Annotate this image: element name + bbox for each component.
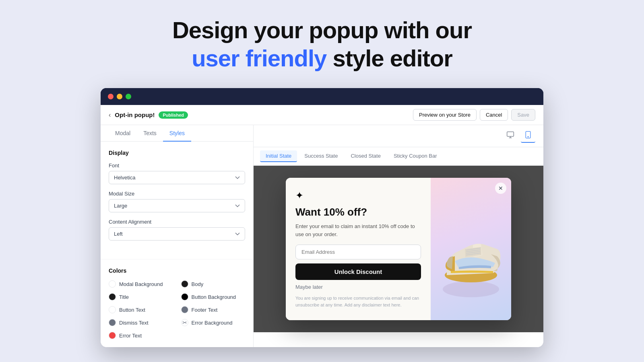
content-alignment-select[interactable]: Left Center Right [109,227,245,241]
color-error-background[interactable]: ✂ Error Background [181,319,246,326]
tab-modal[interactable]: Modal [109,125,137,141]
color-dot-body [181,280,188,288]
color-label-error-bg: Error Background [192,320,233,326]
colors-section-title: Colors [109,267,245,274]
color-dot-button-text [109,306,116,313]
color-label-button-bg: Button Background [192,294,236,300]
shoe-illustration [435,197,507,301]
popup-title: Opt-in popup! [115,111,155,118]
color-label-error-text: Error Text [119,333,142,339]
published-badge: Published [159,111,188,119]
color-label-button-text: Button Text [119,307,145,313]
color-button-bg[interactable]: Button Background [181,293,246,300]
traffic-light-red[interactable] [108,94,114,99]
color-label-title: Title [119,294,129,300]
color-dot-button-bg [181,293,188,300]
color-title[interactable]: Title [109,293,173,300]
content-alignment-field: Content Alignment Left Center Right [109,219,245,241]
headline: Design your popup with our user friendly… [172,16,472,72]
color-dot-error-bg: ✂ [181,319,188,326]
popup-disclaimer: You are signing up to receive communicat… [295,295,421,308]
modal-size-label: Modal Size [109,191,245,197]
font-field: Font Helvetica Arial Georgia [109,162,245,184]
color-rows: Modal Background Title Button Text [109,280,245,339]
save-button[interactable]: Save [511,109,535,121]
font-label: Font [109,162,245,169]
color-dot-modal-bg [109,280,116,288]
color-label-modal-bg: Modal Background [119,281,163,287]
popup-modal: ✕ ✦ Want 10% off? Enter your email to cl… [286,178,511,320]
state-tab-closed[interactable]: Closed State [345,150,386,162]
browser-content: ‹ Opt-in popup! Published Preview on you… [101,105,543,347]
left-panel: Modal Texts Styles Display Font [101,125,254,347]
main-layout: Modal Texts Styles Display Font [101,125,543,347]
display-section-title: Display [109,150,245,156]
popup-email-input[interactable] [295,245,421,259]
popup-maybe-later[interactable]: Maybe later [295,284,421,290]
popup-subtext: Enter your email to claim an instant 10%… [295,222,421,238]
state-tab-sticky[interactable]: Sticky Coupon Bar [388,150,443,162]
color-label-dismiss: Dismiss Text [119,320,149,326]
state-tabs: Initial State Success State Closed State… [254,147,543,166]
colors-section: Colors Modal Background Title [101,259,253,347]
preview-button[interactable]: Preview on your Store [413,109,477,121]
font-select[interactable]: Helvetica Arial Georgia [109,171,245,184]
popup-sparkle-icon: ✦ [295,190,421,201]
preview-nav [254,125,543,147]
traffic-light-green[interactable] [126,94,131,99]
content-alignment-label: Content Alignment [109,219,245,225]
browser-titlebar [101,88,543,105]
modal-size-select[interactable]: Large Medium Small [109,199,245,212]
svg-point-2 [528,136,528,137]
popup-cta-button[interactable]: Unlock Discount [295,263,421,280]
headline-line1: Design your popup with our [172,17,472,43]
modal-size-field: Modal Size Large Medium Small [109,191,245,212]
tabs-nav: Modal Texts Styles [101,125,253,142]
color-dismiss-text[interactable]: Dismiss Text [109,319,173,326]
color-error-text[interactable]: Error Text [109,332,173,339]
desktop-icon[interactable] [503,129,518,143]
state-tab-initial[interactable]: Initial State [260,150,297,162]
color-modal-background[interactable]: Modal Background [109,280,173,288]
top-bar-left: ‹ Opt-in popup! Published [109,111,188,119]
back-button[interactable]: ‹ [109,111,111,119]
state-tab-success[interactable]: Success State [299,150,343,162]
panel-content: Display Font Helvetica Arial Georgia Mod… [101,142,253,255]
popup-left-content: ✦ Want 10% off? Enter your email to clai… [286,178,431,320]
color-label-footer: Footer Text [192,307,218,313]
color-col-left: Modal Background Title Button Text [109,280,173,339]
color-dot-title [109,293,116,300]
device-icons [503,129,535,143]
headline-gray: style editor [326,45,452,71]
color-button-text[interactable]: Button Text [109,306,173,313]
svg-rect-0 [507,132,514,137]
color-dot-dismiss [109,319,116,326]
browser-window: ‹ Opt-in popup! Published Preview on you… [101,88,543,347]
color-label-body: Body [192,281,204,287]
color-body[interactable]: Body [181,280,246,288]
popup-heading: Want 10% off? [295,206,421,218]
right-panel: Initial State Success State Closed State… [254,125,543,347]
headline-blue: user friendly [192,45,326,71]
color-dot-footer [181,306,188,313]
color-footer-text[interactable]: Footer Text [181,306,246,313]
tab-texts[interactable]: Texts [137,125,163,141]
preview-area: ✕ ✦ Want 10% off? Enter your email to cl… [254,166,543,332]
top-bar-right: Preview on your Store Cancel Save [413,109,535,121]
color-col-right: Body Button Background Footer Text [181,280,246,339]
cancel-button[interactable]: Cancel [480,109,508,121]
top-bar: ‹ Opt-in popup! Published Preview on you… [101,105,543,125]
traffic-light-yellow[interactable] [117,94,122,99]
svg-point-3 [443,281,499,297]
mobile-icon[interactable] [521,129,535,143]
color-dot-error-text [109,332,116,339]
popup-close-button[interactable]: ✕ [495,183,506,194]
popup-right-image [431,178,511,320]
tab-styles[interactable]: Styles [163,125,191,141]
